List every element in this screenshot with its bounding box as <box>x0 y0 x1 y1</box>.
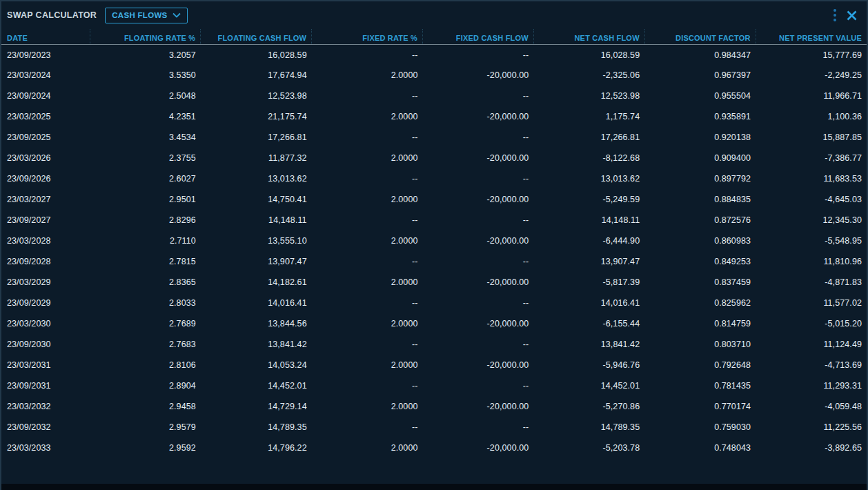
table-row: 23/03/20262.375511,877.322.0000-20,000.0… <box>1 148 867 168</box>
cell-net-present-value: 15,777.69 <box>756 44 867 65</box>
column-header-net-present-value[interactable]: NET PRESENT VALUE <box>756 29 867 44</box>
cell-date: 23/03/2026 <box>1 148 90 168</box>
cell-date: 23/03/2033 <box>1 438 90 458</box>
cell-net-cash-flow: -5,203.78 <box>533 438 644 458</box>
cell-net-present-value: 11,577.02 <box>756 293 867 313</box>
cell-net-cash-flow: 14,016.41 <box>533 293 644 313</box>
cell-discount-factor: 0.837459 <box>644 272 756 293</box>
cell-discount-factor: 0.759030 <box>644 417 756 438</box>
close-icon[interactable] <box>843 6 860 24</box>
cell-discount-factor: 0.825962 <box>644 293 756 313</box>
cell-discount-factor: 0.770174 <box>644 396 756 417</box>
cell-date: 23/09/2028 <box>1 251 90 272</box>
table-row: 23/09/20253.453417,266.81----17,266.810.… <box>1 127 867 148</box>
cell-floating-rate: 2.7683 <box>90 334 201 355</box>
kebab-menu-icon[interactable] <box>827 6 843 24</box>
cell-discount-factor: 0.872576 <box>644 210 756 231</box>
table-row: 23/03/20243.535017,674.942.0000-20,000.0… <box>1 65 867 86</box>
column-header-floating-rate[interactable]: FLOATING RATE % <box>90 29 201 44</box>
cell-net-present-value: -5,015.20 <box>756 313 867 334</box>
view-selector-value: CASH FLOWS <box>112 11 167 19</box>
table-row: 23/09/20312.890414,452.01----14,452.010.… <box>1 375 867 396</box>
cell-net-cash-flow: -2,325.06 <box>533 65 644 86</box>
table-row: 23/09/20292.803314,016.41----14,016.410.… <box>1 293 867 313</box>
cell-fixed-rate: 2.0000 <box>312 355 423 375</box>
cell-discount-factor: 0.803710 <box>644 334 756 355</box>
cell-net-present-value: 1,100.36 <box>756 106 867 127</box>
table-row: 23/03/20332.959214,796.222.0000-20,000.0… <box>1 438 867 458</box>
cell-net-present-value: -4,713.69 <box>756 355 867 375</box>
cell-floating-rate: 2.7815 <box>90 251 201 272</box>
cell-discount-factor: 0.781435 <box>644 375 756 396</box>
cell-net-present-value: -4,645.03 <box>756 189 867 210</box>
cell-discount-factor: 0.967397 <box>644 65 756 86</box>
titlebar: SWAP CALCULATOR CASH FLOWS <box>1 1 867 29</box>
cell-date: 23/03/2027 <box>1 189 90 210</box>
cash-flows-table: DATEFLOATING RATE %FLOATING CASH FLOWFIX… <box>1 29 867 458</box>
cell-fixed-cash-flow: -- <box>423 334 534 355</box>
cell-discount-factor: 0.748043 <box>644 438 756 458</box>
cell-floating-cash-flow: 14,789.35 <box>201 417 312 438</box>
cell-net-cash-flow: 14,789.35 <box>533 417 644 438</box>
column-header-floating-cash-flow[interactable]: FLOATING CASH FLOW <box>201 29 312 44</box>
cell-fixed-rate: -- <box>312 375 423 396</box>
cell-net-present-value: 11,124.49 <box>756 334 867 355</box>
cell-floating-cash-flow: 13,013.62 <box>201 168 312 189</box>
cell-discount-factor: 0.860983 <box>644 231 756 251</box>
cell-floating-cash-flow: 14,452.01 <box>201 375 312 396</box>
cell-net-cash-flow: -5,270.86 <box>533 396 644 417</box>
cell-date: 23/09/2027 <box>1 210 90 231</box>
column-header-fixed-cash-flow[interactable]: FIXED CASH FLOW <box>423 29 534 44</box>
cell-date: 23/03/2031 <box>1 355 90 375</box>
cell-floating-cash-flow: 14,796.22 <box>201 438 312 458</box>
cell-floating-cash-flow: 13,907.47 <box>201 251 312 272</box>
view-selector-dropdown[interactable]: CASH FLOWS <box>105 8 187 23</box>
cell-fixed-rate: 2.0000 <box>312 106 423 127</box>
cell-floating-rate: 2.8033 <box>90 293 201 313</box>
table-row: 23/09/20302.768313,841.42----13,841.420.… <box>1 334 867 355</box>
cell-net-present-value: 11,810.96 <box>756 251 867 272</box>
cell-discount-factor: 0.984347 <box>644 44 756 65</box>
table-row: 23/09/20282.781513,907.47----13,907.470.… <box>1 251 867 272</box>
table-header-row: DATEFLOATING RATE %FLOATING CASH FLOWFIX… <box>1 29 867 44</box>
column-header-date[interactable]: DATE <box>1 29 90 44</box>
cell-net-present-value: 12,345.30 <box>756 210 867 231</box>
cell-discount-factor: 0.792648 <box>644 355 756 375</box>
cell-floating-cash-flow: 14,729.14 <box>201 396 312 417</box>
cell-fixed-cash-flow: -20,000.00 <box>423 189 534 210</box>
cell-net-cash-flow: -6,155.44 <box>533 313 644 334</box>
cell-net-cash-flow: 13,013.62 <box>533 168 644 189</box>
column-header-discount-factor[interactable]: DISCOUNT FACTOR <box>644 29 756 44</box>
cell-net-cash-flow: 12,523.98 <box>533 86 644 106</box>
cell-date: 23/03/2030 <box>1 313 90 334</box>
cell-floating-rate: 2.9501 <box>90 189 201 210</box>
cell-floating-cash-flow: 17,266.81 <box>201 127 312 148</box>
table-row: 23/09/20233.205716,028.59----16,028.590.… <box>1 44 867 65</box>
cell-fixed-rate: -- <box>312 334 423 355</box>
table-row: 23/09/20322.957914,789.35----14,789.350.… <box>1 417 867 438</box>
column-header-fixed-rate[interactable]: FIXED RATE % <box>312 29 423 44</box>
cell-date: 23/03/2028 <box>1 231 90 251</box>
cell-fixed-rate: 2.0000 <box>312 313 423 334</box>
cell-fixed-cash-flow: -- <box>423 127 534 148</box>
column-header-net-cash-flow[interactable]: NET CASH FLOW <box>533 29 644 44</box>
cell-net-cash-flow: 13,907.47 <box>533 251 644 272</box>
cell-date: 23/09/2030 <box>1 334 90 355</box>
cell-date: 23/09/2023 <box>1 44 90 65</box>
swap-calculator-window: SWAP CALCULATOR CASH FLOWS DATE <box>0 0 868 490</box>
cell-fixed-rate: 2.0000 <box>312 189 423 210</box>
cell-fixed-rate: -- <box>312 127 423 148</box>
cell-fixed-cash-flow: -- <box>423 44 534 65</box>
cell-fixed-cash-flow: -20,000.00 <box>423 438 534 458</box>
cell-floating-cash-flow: 13,841.42 <box>201 334 312 355</box>
cell-floating-cash-flow: 14,750.41 <box>201 189 312 210</box>
kebab-dots <box>834 9 836 21</box>
cell-net-present-value: 11,683.53 <box>756 168 867 189</box>
cell-floating-rate: 2.8365 <box>90 272 201 293</box>
cell-fixed-rate: 2.0000 <box>312 438 423 458</box>
table-row: 23/03/20302.768913,844.562.0000-20,000.0… <box>1 313 867 334</box>
cell-fixed-rate: -- <box>312 44 423 65</box>
cell-net-cash-flow: -5,946.76 <box>533 355 644 375</box>
cell-date: 23/03/2025 <box>1 106 90 127</box>
cell-floating-rate: 2.7110 <box>90 231 201 251</box>
